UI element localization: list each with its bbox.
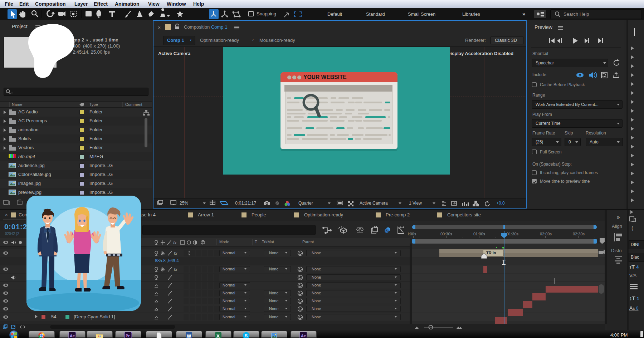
svg-text:X: X — [216, 333, 220, 338]
svg-text:Pr: Pr — [126, 334, 130, 338]
svg-text:fx: fx — [174, 267, 177, 272]
svg-text:fx: fx — [173, 240, 177, 245]
svg-text:S: S — [245, 333, 248, 338]
svg-text:Ae: Ae — [301, 334, 306, 338]
svg-text:fx: fx — [174, 251, 177, 256]
svg-text:Ae: Ae — [70, 334, 75, 338]
svg-text:W: W — [187, 333, 191, 338]
